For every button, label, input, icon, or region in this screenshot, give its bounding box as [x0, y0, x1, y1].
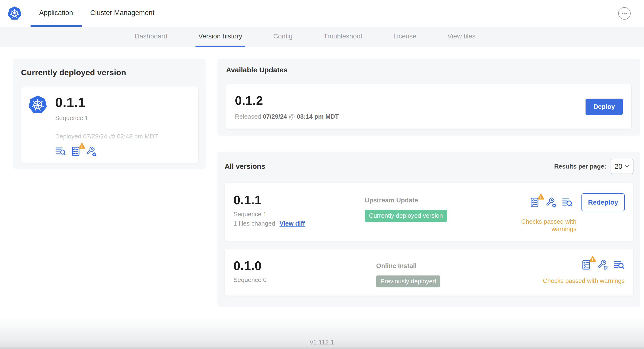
deploy-logs-icon[interactable] — [613, 259, 625, 270]
section-nav: Dashboard Version history Config Trouble… — [0, 27, 644, 47]
current-version-number: 0.1.1 — [55, 94, 158, 110]
version-actions: Checks passed with warnings — [543, 258, 625, 288]
overflow-menu-button[interactable] — [618, 7, 631, 20]
version-sequence: Sequence 1 — [234, 210, 365, 218]
preflight-checks-icon[interactable] — [70, 146, 82, 157]
preflight-checks-icon[interactable] — [529, 197, 540, 208]
deploy-logs-icon[interactable] — [562, 197, 573, 208]
currently-deployed-version-card: 0.1.1 Sequence 1 Deployed 07/29/24 @ 02:… — [21, 86, 198, 163]
deploy-logs-icon[interactable] — [55, 146, 66, 157]
tab-license[interactable]: License — [390, 27, 420, 47]
preflight-checks-icon[interactable] — [581, 259, 592, 270]
status-badge: Previously deployed — [376, 276, 440, 288]
current-version-sequence: Sequence 1 — [55, 114, 158, 122]
app-tab-bar: Application Cluster Management — [30, 0, 163, 27]
kubernetes-logo — [8, 0, 22, 27]
version-row: 0.1.1 Sequence 1 1 files changed View di… — [224, 182, 634, 241]
app-header: Application Cluster Management — [0, 0, 644, 27]
version-source: Online Install — [376, 262, 529, 270]
version-history-page: Application Cluster Management Dashboard… — [0, 0, 644, 349]
version-info: 0.1.1 Sequence 1 1 files changed View di… — [234, 193, 365, 233]
released-separator: @ — [289, 113, 295, 120]
files-changed: 1 files changed — [234, 220, 275, 227]
page-footer: v1.112.1 — [0, 318, 644, 349]
version-source-info: Upstream Update Currently deployed versi… — [365, 193, 505, 233]
ellipsis-icon — [620, 9, 628, 18]
redeploy-button[interactable]: Redeploy — [582, 193, 625, 211]
preflight-status-text: Checks passed with warnings — [543, 277, 625, 284]
available-updates-title: Available Updates — [226, 66, 632, 74]
warning-triangle-icon — [538, 193, 544, 200]
results-per-page-value: 20 — [615, 162, 622, 170]
version-actions: Redeploy Checks passed with warnings — [505, 193, 625, 233]
config-icon[interactable] — [545, 197, 557, 208]
results-per-page-label: Results per page: — [554, 163, 606, 170]
tab-view-files[interactable]: View files — [444, 27, 478, 47]
kubernetes-app-icon — [28, 96, 47, 114]
current-version-actions — [55, 146, 158, 157]
version-info: 0.1.0 Sequence 0 — [234, 258, 376, 288]
update-version-number: 0.1.2 — [235, 93, 339, 108]
config-icon[interactable] — [86, 146, 97, 157]
results-per-page: Results per page: 20 — [554, 159, 634, 174]
released-date: 07/29/24 — [263, 113, 287, 120]
all-versions-card: All versions Results per page: 20 — [218, 152, 640, 307]
results-per-page-select[interactable]: 20 — [610, 159, 634, 174]
preflight-status-text: Checks passed with warnings — [505, 218, 576, 233]
version-number: 0.1.1 — [234, 193, 365, 207]
deploy-button[interactable]: Deploy — [586, 98, 623, 115]
current-version-deployed-timestamp: Deployed 07/29/24 @ 02:43 pm MDT — [55, 133, 158, 140]
version-sequence: Sequence 0 — [234, 276, 376, 284]
tab-application[interactable]: Application — [30, 0, 82, 27]
tab-config[interactable]: Config — [270, 27, 296, 47]
right-column: Available Updates 0.1.2 Released 07/29/2… — [218, 59, 640, 307]
tab-dashboard[interactable]: Dashboard — [132, 27, 170, 47]
version-number: 0.1.0 — [234, 258, 376, 273]
status-badge: Currently deployed version — [365, 210, 447, 222]
config-icon[interactable] — [597, 259, 608, 270]
tab-troubleshoot[interactable]: Troubleshoot — [321, 27, 365, 47]
version-source: Upstream Update — [365, 197, 505, 204]
available-update-row: 0.1.2 Released 07/29/24 @ 03:14 pm MDT D… — [226, 84, 632, 130]
console-version-label: v1.112.1 — [310, 339, 334, 346]
currently-deployed-title: Currently deployed version — [21, 68, 198, 77]
chevron-down-icon — [625, 165, 630, 168]
all-versions-header: All versions Results per page: 20 — [224, 159, 634, 174]
released-prefix: Released — [235, 113, 261, 120]
update-released-timestamp: Released 07/29/24 @ 03:14 pm MDT — [235, 113, 339, 120]
tab-cluster-management[interactable]: Cluster Management — [82, 0, 163, 27]
released-time: 03:14 pm MDT — [297, 113, 339, 120]
all-versions-title: All versions — [224, 162, 265, 170]
main-content: Currently deployed version 0.1.1 Sequenc… — [0, 47, 644, 307]
view-diff-link[interactable]: View diff — [280, 220, 305, 227]
available-updates-card: Available Updates 0.1.2 Released 07/29/2… — [218, 59, 640, 136]
warning-triangle-icon — [589, 256, 596, 262]
warning-triangle-icon — [78, 142, 85, 149]
currently-deployed-card: Currently deployed version 0.1.1 Sequenc… — [13, 59, 206, 169]
version-row: 0.1.0 Sequence 0 Online Install Previous… — [224, 248, 634, 296]
tab-version-history[interactable]: Version history — [196, 27, 245, 47]
version-source-info: Online Install Previously deployed — [376, 258, 529, 288]
